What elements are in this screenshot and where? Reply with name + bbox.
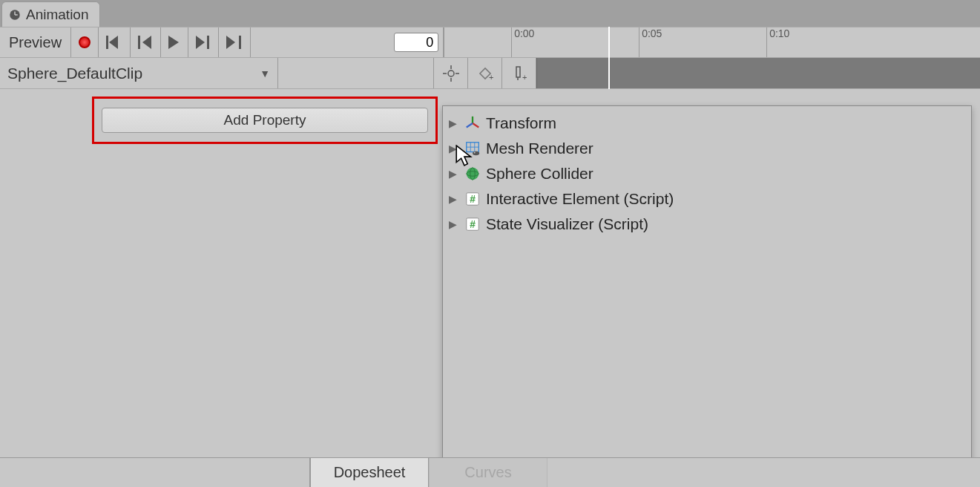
script-icon: # xyxy=(464,190,481,208)
expand-arrow-icon: ▶ xyxy=(449,143,459,154)
curves-tab[interactable]: Curves xyxy=(429,457,547,487)
property-item-transform[interactable]: ▶ Transform xyxy=(446,111,968,136)
clip-row-blank xyxy=(278,58,434,88)
add-property-button[interactable]: Add Property xyxy=(102,108,428,133)
property-item-label: Sphere Collider xyxy=(486,165,593,183)
record-button[interactable] xyxy=(71,27,99,57)
property-item-interactive-script[interactable]: ▶ # Interactive Element (Script) xyxy=(446,186,968,212)
svg-marker-6 xyxy=(196,36,205,49)
svg-point-29 xyxy=(467,168,479,180)
animation-tab[interactable]: Animation xyxy=(1,1,100,27)
svg-point-28 xyxy=(474,152,476,154)
expand-arrow-icon: ▶ xyxy=(449,117,459,129)
svg-marker-8 xyxy=(226,36,235,49)
clip-row: Sphere_DefaultClip ▼ + + xyxy=(0,58,980,89)
svg-line-22 xyxy=(467,123,473,128)
curves-label: Curves xyxy=(464,464,511,481)
ruler-tick: 0:10 xyxy=(766,27,789,57)
property-item-label: State Visualizer (Script) xyxy=(486,215,648,233)
chevron-down-icon: ▼ xyxy=(260,68,270,79)
ruler-tick-label: 0:05 xyxy=(642,27,662,39)
property-item-label: Transform xyxy=(486,114,556,132)
preview-button[interactable]: Preview xyxy=(0,27,71,57)
add-event-icon: + xyxy=(511,65,527,82)
tab-bar: Animation xyxy=(0,0,980,27)
timeline-track[interactable] xyxy=(536,58,980,88)
script-icon: # xyxy=(464,215,481,233)
frame-input[interactable] xyxy=(394,33,438,52)
add-keyframe-icon: + xyxy=(477,65,493,82)
preview-label: Preview xyxy=(9,34,62,51)
property-item-label: Mesh Renderer xyxy=(486,140,593,157)
toolbar: Preview 0:00 0:05 0:10 xyxy=(0,27,980,58)
property-popup: ▶ Transform ▶ Mesh Renderer ▶ Sphere Col… xyxy=(442,105,972,478)
svg-line-21 xyxy=(473,123,479,128)
add-property-highlight: Add Property xyxy=(92,97,438,144)
dopesheet-tab[interactable]: Dopesheet xyxy=(310,457,429,487)
add-property-label: Add Property xyxy=(224,112,306,128)
ruler-tick: 0:05 xyxy=(639,27,662,57)
skip-to-end-icon xyxy=(226,36,243,49)
svg-rect-9 xyxy=(239,36,241,49)
prev-keyframe-button[interactable] xyxy=(131,27,161,57)
svg-rect-17 xyxy=(516,67,520,77)
bottom-rest xyxy=(547,458,980,487)
clip-name: Sphere_DefaultClip xyxy=(7,65,142,82)
svg-marker-5 xyxy=(168,36,179,49)
mesh-renderer-icon xyxy=(464,140,481,157)
first-frame-button[interactable] xyxy=(99,27,131,57)
add-keyframe-button[interactable]: + xyxy=(468,58,502,88)
filter-selection-button[interactable] xyxy=(434,58,468,88)
property-item-sphere-collider[interactable]: ▶ Sphere Collider xyxy=(446,161,968,186)
add-event-button[interactable]: + xyxy=(502,58,536,88)
svg-rect-7 xyxy=(207,36,209,49)
svg-text:#: # xyxy=(470,219,476,230)
property-item-mesh-renderer[interactable]: ▶ Mesh Renderer xyxy=(446,136,968,161)
svg-rect-1 xyxy=(106,36,108,49)
bottom-blank xyxy=(0,458,310,487)
svg-point-27 xyxy=(473,151,479,156)
clock-icon xyxy=(8,8,22,22)
timeline-ruler[interactable]: 0:00 0:05 0:10 xyxy=(444,27,980,57)
clip-dropdown[interactable]: Sphere_DefaultClip ▼ xyxy=(0,58,278,88)
crosshair-icon xyxy=(443,65,459,82)
expand-arrow-icon: ▶ xyxy=(449,193,459,205)
bottom-bar: Dopesheet Curves xyxy=(0,457,980,487)
step-back-icon xyxy=(138,36,153,49)
play-button[interactable] xyxy=(161,27,188,57)
step-forward-icon xyxy=(196,36,211,49)
toolbar-spacer xyxy=(251,27,444,57)
expand-arrow-icon: ▶ xyxy=(449,168,459,180)
last-frame-button[interactable] xyxy=(219,27,251,57)
play-icon xyxy=(168,36,180,49)
main-area: Add Property ▶ Transform ▶ Mesh Renderer… xyxy=(0,89,980,487)
transform-icon xyxy=(464,114,481,132)
svg-text:+: + xyxy=(522,73,527,82)
property-item-label: Interactive Element (Script) xyxy=(486,190,674,208)
sphere-collider-icon xyxy=(464,165,481,183)
svg-rect-3 xyxy=(138,36,140,49)
next-keyframe-button[interactable] xyxy=(188,27,219,57)
skip-to-start-icon xyxy=(106,36,122,49)
animation-tab-label: Animation xyxy=(26,7,89,23)
dopesheet-label: Dopesheet xyxy=(334,464,406,481)
svg-text:+: + xyxy=(489,73,493,82)
svg-marker-2 xyxy=(109,36,118,49)
property-item-state-visualizer-script[interactable]: ▶ # State Visualizer (Script) xyxy=(446,212,968,237)
ruler-tick: 0:00 xyxy=(511,27,534,57)
svg-point-10 xyxy=(448,71,454,76)
ruler-tick-label: 0:10 xyxy=(769,27,789,39)
ruler-tick-label: 0:00 xyxy=(514,27,534,39)
expand-arrow-icon: ▶ xyxy=(449,218,459,230)
playhead[interactable] xyxy=(608,27,610,89)
svg-text:#: # xyxy=(470,194,476,205)
svg-marker-4 xyxy=(142,36,151,49)
record-icon xyxy=(79,36,91,48)
